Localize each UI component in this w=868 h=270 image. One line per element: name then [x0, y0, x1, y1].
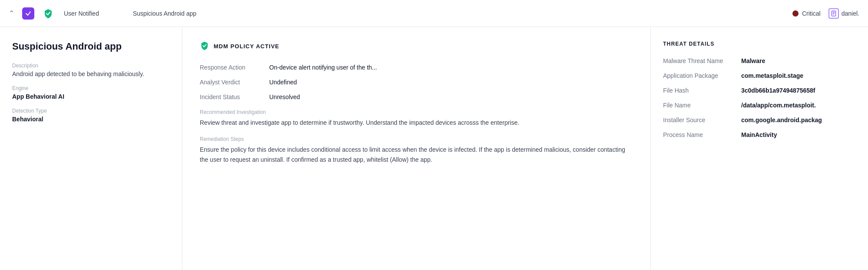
engine-label: Engine	[12, 85, 170, 91]
right-panel: THREAT DETAILS Malware Threat Name Malwa…	[651, 27, 868, 270]
application-package-row: Application Package com.metasploit.stage	[663, 72, 856, 79]
detection-type-group: Detection Type Behavioral	[12, 108, 170, 123]
mdm-header: MDM POLICY ACTIVE	[200, 41, 633, 52]
shield-icon	[42, 7, 54, 20]
remediation-steps-label: Remediation Steps	[200, 136, 633, 142]
installer-source-row: Installer Source com.google.android.pack…	[663, 117, 856, 123]
user-icon	[828, 8, 839, 19]
engine-group: Engine App Behavioral AI	[12, 85, 170, 100]
recommended-investigation-label: Recommended Investigation	[200, 109, 633, 115]
middle-panel: MDM POLICY ACTIVE Response Action On-dev…	[182, 27, 651, 270]
severity-dot	[792, 10, 799, 17]
process-name-key: Process Name	[663, 131, 741, 138]
file-name-key: File Name	[663, 102, 741, 109]
installer-source-key: Installer Source	[663, 117, 741, 123]
malware-threat-name-key: Malware Threat Name	[663, 57, 741, 64]
response-action-value: On-device alert notifying user of the th…	[269, 64, 377, 71]
engine-value: App Behavioral AI	[12, 93, 170, 100]
incident-status-row: Incident Status Unresolved	[200, 93, 633, 100]
description-label: Description	[12, 63, 170, 69]
application-package-value: com.metasploit.stage	[741, 72, 803, 79]
collapse-chevron[interactable]: ⌃	[9, 9, 14, 17]
select-checkbox[interactable]	[22, 7, 34, 20]
left-panel: Suspicious Android app Description Andro…	[0, 27, 182, 270]
description-group: Description Android app detected to be b…	[12, 63, 170, 77]
header-bar: ⌃ User Notified Suspicious Android app C…	[0, 0, 868, 27]
analyst-verdict-value: Undefined	[269, 79, 297, 86]
analyst-verdict-key: Analyst Verdict	[200, 79, 269, 86]
remediation-steps-text: Ensure the policy for this device includ…	[200, 145, 633, 164]
header-notified-label: User Notified	[64, 10, 99, 17]
malware-threat-name-value: Malware	[741, 57, 765, 64]
malware-threat-name-row: Malware Threat Name Malware	[663, 57, 856, 64]
description-value: Android app detected to be behaving mali…	[12, 70, 170, 77]
threat-details-title: THREAT DETAILS	[663, 41, 856, 47]
application-package-key: Application Package	[663, 72, 741, 79]
mdm-shield-icon	[200, 41, 209, 52]
mdm-policy-title: MDM POLICY ACTIVE	[214, 43, 279, 50]
file-hash-key: File Hash	[663, 87, 741, 94]
incident-status-value: Unresolved	[269, 93, 300, 100]
severity-label: Critical	[802, 10, 821, 17]
file-name-value: /data/app/com.metasploit.	[741, 102, 816, 109]
detection-type-label: Detection Type	[12, 108, 170, 114]
response-action-row: Response Action On-device alert notifyin…	[200, 64, 633, 71]
recommended-investigation-text: Review threat and investigate app to det…	[200, 118, 633, 127]
main-content: Suspicious Android app Description Andro…	[0, 27, 868, 270]
response-action-key: Response Action	[200, 64, 269, 71]
installer-source-value: com.google.android.packag	[741, 117, 822, 123]
analyst-verdict-row: Analyst Verdict Undefined	[200, 79, 633, 86]
file-hash-value: 3c0db66b1a97494875658f	[741, 87, 815, 94]
process-name-row: Process Name MainActivity	[663, 131, 856, 138]
detection-type-value: Behavioral	[12, 116, 170, 123]
incident-status-key: Incident Status	[200, 93, 269, 100]
user-name: daniel.	[842, 10, 859, 17]
header-app-name: Suspicious Android app	[133, 10, 196, 17]
process-name-value: MainActivity	[741, 131, 777, 138]
user-info: daniel.	[828, 8, 859, 19]
severity-indicator: Critical	[792, 10, 821, 17]
threat-title: Suspicious Android app	[12, 41, 170, 52]
file-name-row: File Name /data/app/com.metasploit.	[663, 102, 856, 109]
file-hash-row: File Hash 3c0db66b1a97494875658f	[663, 87, 856, 94]
